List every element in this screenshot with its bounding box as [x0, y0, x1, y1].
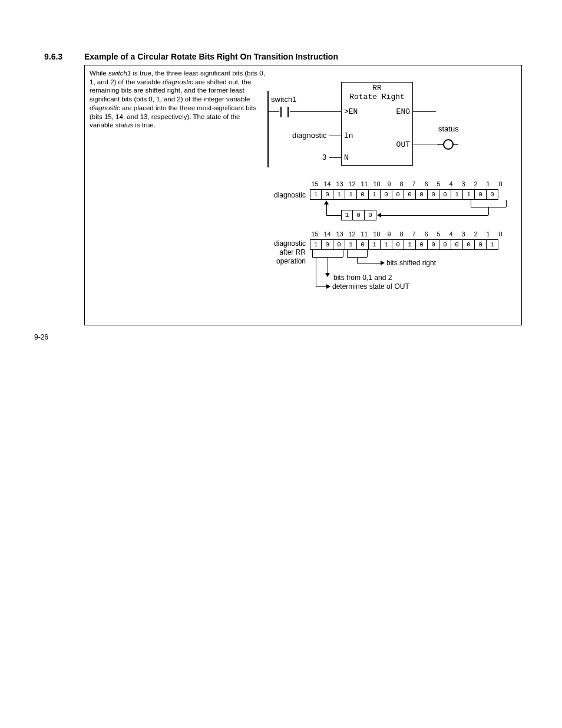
n-value-label: 3	[322, 153, 326, 162]
ladder-diagram: switch1 diagnostic 3 RR Rotate Right >EN…	[267, 76, 515, 170]
after-label-2: after RR	[262, 248, 306, 256]
carry-bits: 100	[341, 210, 376, 220]
annot-out: determines state of OUT	[332, 282, 409, 291]
after-label-3: operation	[262, 257, 306, 265]
diagnostic-in-label: diagnostic	[292, 131, 327, 140]
contact-symbol	[279, 107, 290, 117]
function-block: RR Rotate Right >EN In N ENO OUT	[341, 82, 413, 166]
coil-symbol	[443, 139, 454, 150]
status-label: status	[438, 124, 459, 133]
bit-diagram: 1514131211109876543210 diagnostic 101101…	[267, 180, 515, 316]
fb-name: Rotate Right	[342, 93, 412, 101]
figure-container: While switch1 is true, the three least-s…	[84, 65, 522, 325]
before-label: diagnostic	[262, 191, 306, 199]
section-title: Example of a Circular Rotate Bits Right …	[84, 52, 338, 61]
page-number: 9-26	[34, 333, 48, 341]
annot-shifted: bits shifted right	[386, 259, 436, 267]
bit-row-before: 1011010000001100	[310, 189, 498, 200]
bit-index-row-1: 1514131211109876543210	[309, 180, 507, 187]
description-text: While switch1 is true, the three least-s…	[90, 69, 265, 130]
switch1-label: switch1	[271, 95, 296, 104]
fb-code: RR	[372, 84, 382, 93]
annot-from: bits from 0,1 and 2	[333, 274, 392, 282]
bit-row-after: 1001011010000001	[310, 239, 498, 250]
section-number: 9.6.3	[44, 52, 62, 61]
after-label-1: diagnostic	[262, 239, 306, 248]
bit-index-row-2: 1514131211109876543210	[309, 230, 507, 238]
